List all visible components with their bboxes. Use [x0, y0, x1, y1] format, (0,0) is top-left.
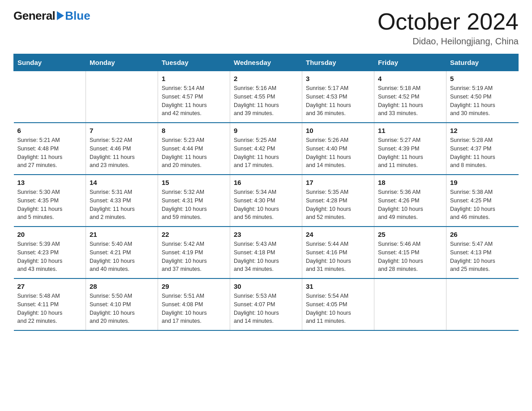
day-number: 29 [162, 283, 226, 290]
day-info: Sunrise: 5:38 AM Sunset: 4:25 PM Dayligh… [450, 188, 515, 222]
day-info: Sunrise: 5:54 AM Sunset: 4:05 PM Dayligh… [306, 292, 370, 325]
header-cell-wednesday: Wednesday [230, 54, 302, 71]
day-info: Sunrise: 5:27 AM Sunset: 4:39 PM Dayligh… [378, 136, 442, 170]
header-row: SundayMondayTuesdayWednesdayThursdayFrid… [14, 54, 519, 71]
calendar-cell: 5Sunrise: 5:19 AM Sunset: 4:50 PM Daylig… [446, 71, 519, 123]
calendar-cell: 7Sunrise: 5:22 AM Sunset: 4:46 PM Daylig… [86, 123, 158, 175]
day-number: 9 [234, 127, 298, 134]
calendar-cell: 20Sunrise: 5:39 AM Sunset: 4:23 PM Dayli… [14, 227, 86, 278]
calendar-cell: 6Sunrise: 5:21 AM Sunset: 4:48 PM Daylig… [14, 123, 86, 175]
day-number: 19 [450, 179, 515, 186]
calendar-cell: 22Sunrise: 5:42 AM Sunset: 4:19 PM Dayli… [158, 227, 230, 278]
day-number: 10 [306, 127, 370, 134]
day-info: Sunrise: 5:14 AM Sunset: 4:57 PM Dayligh… [162, 84, 226, 118]
title-section: October 2024 Didao, Heilongjiang, China [378, 9, 519, 47]
day-number: 6 [17, 127, 82, 134]
calendar-cell: 3Sunrise: 5:17 AM Sunset: 4:53 PM Daylig… [302, 71, 374, 123]
calendar-cell: 16Sunrise: 5:34 AM Sunset: 4:30 PM Dayli… [230, 175, 302, 227]
calendar-cell: 25Sunrise: 5:46 AM Sunset: 4:15 PM Dayli… [374, 227, 446, 278]
logo-blue-text: Blue [65, 9, 90, 23]
day-info: Sunrise: 5:25 AM Sunset: 4:42 PM Dayligh… [234, 136, 298, 170]
day-info: Sunrise: 5:39 AM Sunset: 4:23 PM Dayligh… [17, 240, 82, 274]
day-info: Sunrise: 5:22 AM Sunset: 4:46 PM Dayligh… [90, 136, 154, 170]
day-number: 31 [306, 283, 370, 290]
week-row-4: 20Sunrise: 5:39 AM Sunset: 4:23 PM Dayli… [14, 227, 519, 278]
calendar-cell: 12Sunrise: 5:28 AM Sunset: 4:37 PM Dayli… [446, 123, 519, 175]
header-cell-friday: Friday [374, 54, 446, 71]
week-row-1: 1Sunrise: 5:14 AM Sunset: 4:57 PM Daylig… [14, 71, 519, 123]
day-number: 5 [450, 75, 515, 82]
day-number: 15 [162, 179, 226, 186]
day-info: Sunrise: 5:34 AM Sunset: 4:30 PM Dayligh… [234, 188, 298, 222]
calendar-cell: 4Sunrise: 5:18 AM Sunset: 4:52 PM Daylig… [374, 71, 446, 123]
week-row-3: 13Sunrise: 5:30 AM Sunset: 4:35 PM Dayli… [14, 175, 519, 227]
day-info: Sunrise: 5:28 AM Sunset: 4:37 PM Dayligh… [450, 136, 515, 170]
day-number: 3 [306, 75, 370, 82]
day-number: 1 [162, 75, 226, 82]
calendar-cell: 26Sunrise: 5:47 AM Sunset: 4:13 PM Dayli… [446, 227, 519, 278]
day-number: 25 [378, 231, 442, 238]
calendar-cell: 21Sunrise: 5:40 AM Sunset: 4:21 PM Dayli… [86, 227, 158, 278]
day-number: 11 [378, 127, 442, 134]
calendar-cell [86, 71, 158, 123]
day-info: Sunrise: 5:48 AM Sunset: 4:11 PM Dayligh… [17, 292, 82, 325]
day-info: Sunrise: 5:42 AM Sunset: 4:19 PM Dayligh… [162, 240, 226, 274]
calendar-cell: 19Sunrise: 5:38 AM Sunset: 4:25 PM Dayli… [446, 175, 519, 227]
calendar-cell: 14Sunrise: 5:31 AM Sunset: 4:33 PM Dayli… [86, 175, 158, 227]
header-cell-sunday: Sunday [14, 54, 86, 71]
day-info: Sunrise: 5:44 AM Sunset: 4:16 PM Dayligh… [306, 240, 370, 274]
calendar-cell: 24Sunrise: 5:44 AM Sunset: 4:16 PM Dayli… [302, 227, 374, 278]
day-info: Sunrise: 5:47 AM Sunset: 4:13 PM Dayligh… [450, 240, 515, 274]
calendar-subtitle: Didao, Heilongjiang, China [378, 36, 519, 47]
calendar-table: SundayMondayTuesdayWednesdayThursdayFrid… [13, 54, 519, 331]
day-info: Sunrise: 5:19 AM Sunset: 4:50 PM Dayligh… [450, 84, 515, 118]
day-number: 26 [450, 231, 515, 238]
header-cell-tuesday: Tuesday [158, 54, 230, 71]
logo: General Blue [13, 9, 90, 23]
day-number: 16 [234, 179, 298, 186]
calendar-cell [374, 278, 446, 330]
calendar-cell: 13Sunrise: 5:30 AM Sunset: 4:35 PM Dayli… [14, 175, 86, 227]
day-info: Sunrise: 5:50 AM Sunset: 4:10 PM Dayligh… [90, 292, 154, 325]
calendar-cell: 2Sunrise: 5:16 AM Sunset: 4:55 PM Daylig… [230, 71, 302, 123]
day-number: 14 [90, 179, 154, 186]
day-info: Sunrise: 5:16 AM Sunset: 4:55 PM Dayligh… [234, 84, 298, 118]
calendar-cell: 10Sunrise: 5:26 AM Sunset: 4:40 PM Dayli… [302, 123, 374, 175]
calendar-cell: 11Sunrise: 5:27 AM Sunset: 4:39 PM Dayli… [374, 123, 446, 175]
calendar-cell: 27Sunrise: 5:48 AM Sunset: 4:11 PM Dayli… [14, 278, 86, 330]
day-info: Sunrise: 5:18 AM Sunset: 4:52 PM Dayligh… [378, 84, 442, 118]
calendar-cell: 1Sunrise: 5:14 AM Sunset: 4:57 PM Daylig… [158, 71, 230, 123]
day-info: Sunrise: 5:17 AM Sunset: 4:53 PM Dayligh… [306, 84, 370, 118]
day-info: Sunrise: 5:32 AM Sunset: 4:31 PM Dayligh… [162, 188, 226, 222]
day-info: Sunrise: 5:36 AM Sunset: 4:26 PM Dayligh… [378, 188, 442, 222]
day-info: Sunrise: 5:46 AM Sunset: 4:15 PM Dayligh… [378, 240, 442, 274]
calendar-cell: 29Sunrise: 5:51 AM Sunset: 4:08 PM Dayli… [158, 278, 230, 330]
day-number: 28 [90, 283, 154, 290]
calendar-cell [14, 71, 86, 123]
day-number: 8 [162, 127, 226, 134]
calendar-cell [446, 278, 519, 330]
day-number: 17 [306, 179, 370, 186]
header-cell-monday: Monday [86, 54, 158, 71]
week-row-5: 27Sunrise: 5:48 AM Sunset: 4:11 PM Dayli… [14, 278, 519, 330]
calendar-body: 1Sunrise: 5:14 AM Sunset: 4:57 PM Daylig… [14, 71, 519, 331]
calendar-cell: 8Sunrise: 5:23 AM Sunset: 4:44 PM Daylig… [158, 123, 230, 175]
day-info: Sunrise: 5:26 AM Sunset: 4:40 PM Dayligh… [306, 136, 370, 170]
day-info: Sunrise: 5:43 AM Sunset: 4:18 PM Dayligh… [234, 240, 298, 274]
day-number: 21 [90, 231, 154, 238]
calendar-cell: 9Sunrise: 5:25 AM Sunset: 4:42 PM Daylig… [230, 123, 302, 175]
day-number: 27 [17, 283, 82, 290]
day-number: 13 [17, 179, 82, 186]
calendar-cell: 28Sunrise: 5:50 AM Sunset: 4:10 PM Dayli… [86, 278, 158, 330]
day-info: Sunrise: 5:21 AM Sunset: 4:48 PM Dayligh… [17, 136, 82, 170]
calendar-cell: 17Sunrise: 5:35 AM Sunset: 4:28 PM Dayli… [302, 175, 374, 227]
calendar-cell: 15Sunrise: 5:32 AM Sunset: 4:31 PM Dayli… [158, 175, 230, 227]
logo-triangle-icon [57, 11, 64, 20]
week-row-2: 6Sunrise: 5:21 AM Sunset: 4:48 PM Daylig… [14, 123, 519, 175]
day-info: Sunrise: 5:23 AM Sunset: 4:44 PM Dayligh… [162, 136, 226, 170]
header-cell-thursday: Thursday [302, 54, 374, 71]
header-cell-saturday: Saturday [446, 54, 519, 71]
day-number: 12 [450, 127, 515, 134]
logo-general-text: General [13, 9, 55, 23]
page-header: General Blue October 2024 Didao, Heilong… [13, 9, 519, 47]
